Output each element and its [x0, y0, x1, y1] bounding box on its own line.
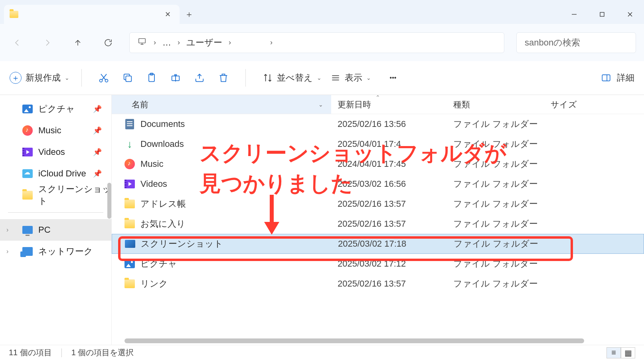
close-window-button[interactable]	[616, 5, 644, 24]
column-date[interactable]: 更新日時	[331, 99, 447, 110]
file-name: リンク	[140, 278, 168, 290]
sidebar-item-label: スクリーンショット	[38, 183, 111, 207]
file-type: ファイル フォルダー	[447, 138, 547, 150]
file-row[interactable]: ↓Downloads2025/04/01 17:4ファイル フォルダー	[112, 134, 644, 154]
file-name: Music	[140, 159, 163, 169]
view-label: 表示	[345, 72, 362, 84]
file-type: ファイル フォルダー	[447, 218, 547, 230]
sidebar-item[interactable]: iCloud Drive📌	[0, 163, 111, 184]
file-type: ファイル フォルダー	[447, 158, 547, 170]
details-button[interactable]: 詳細	[601, 72, 634, 84]
column-type[interactable]: 種類	[447, 99, 547, 110]
file-row[interactable]: ピクチャ2025/03/02 17:12ファイル フォルダー	[112, 254, 644, 274]
tab-active[interactable]: ✕	[4, 5, 180, 24]
sort-label: 並べ替え	[277, 72, 313, 84]
maximize-button[interactable]	[588, 5, 616, 24]
svg-point-7	[100, 79, 103, 82]
folder-icon	[10, 11, 18, 18]
copy-button[interactable]	[118, 68, 138, 88]
title-bar: ✕ ＋	[0, 0, 644, 24]
chevron-right-icon: ›	[178, 38, 180, 47]
plus-circle-icon: ＋	[10, 72, 22, 84]
sidebar-item-network[interactable]: › ネットワーク	[0, 241, 111, 262]
pin-icon: 📌	[93, 126, 102, 135]
close-tab-button[interactable]: ✕	[161, 8, 174, 21]
svg-rect-1	[600, 12, 604, 16]
sidebar-item[interactable]: Music📌	[0, 120, 111, 141]
screenshot-icon	[125, 240, 135, 248]
scrollbar-horizontal[interactable]	[124, 338, 584, 343]
cut-button[interactable]	[94, 68, 114, 88]
up-button[interactable]	[69, 34, 87, 52]
list-view-button[interactable]: ≡	[606, 347, 621, 358]
minimize-button[interactable]	[560, 5, 588, 24]
back-button[interactable]	[8, 34, 26, 52]
separator	[61, 348, 62, 357]
rename-button[interactable]	[166, 68, 186, 88]
file-date: 2025/03/02 17:12	[331, 259, 447, 269]
new-button[interactable]: ＋ 新規作成 ⌄	[10, 72, 69, 84]
grid-view-button[interactable]: ▦	[621, 347, 635, 358]
chevron-right-icon: ›	[154, 38, 156, 47]
file-row[interactable]: Videos2025/03/02 16:56ファイル フォルダー	[112, 174, 644, 194]
chevron-down-icon: ⌄	[318, 101, 323, 108]
file-row[interactable]: リンク2025/02/16 13:57ファイル フォルダー	[112, 274, 644, 294]
file-date: 2025/02/16 13:56	[331, 119, 447, 129]
file-type: ファイル フォルダー	[447, 258, 547, 270]
breadcrumb-dots[interactable]: …	[162, 38, 171, 48]
forward-button[interactable]	[38, 34, 57, 52]
breadcrumb[interactable]: › … › ユーザー › ›	[129, 32, 504, 53]
download-icon: ↓	[127, 138, 132, 150]
chevron-down-icon: ⌄	[65, 75, 69, 81]
sidebar-item[interactable]: ピクチャ📌	[0, 98, 111, 120]
file-row[interactable]: お気に入り2025/02/16 13:57ファイル フォルダー	[112, 214, 644, 234]
column-name[interactable]: 名前⌄	[112, 95, 331, 114]
file-row[interactable]: アドレス帳2025/02/16 13:57ファイル フォルダー	[112, 194, 644, 214]
share-button[interactable]	[190, 68, 209, 88]
music-icon	[124, 159, 135, 169]
video-icon	[124, 180, 135, 188]
status-count: 11 個の項目	[9, 347, 52, 358]
sidebar: ピクチャ📌Music📌Videos📌iCloud Drive📌スクリーンショット…	[0, 95, 112, 345]
scrollbar[interactable]	[107, 183, 111, 219]
file-name: Downloads	[140, 139, 184, 149]
details-label: 詳細	[617, 72, 634, 84]
sort-button[interactable]: 並べ替え ⌄	[263, 72, 322, 84]
chevron-down-icon: ⌄	[366, 75, 371, 81]
sidebar-item-label: ピクチャ	[38, 103, 75, 115]
file-name: ピクチャ	[140, 258, 177, 270]
sidebar-item-label: Videos	[38, 147, 65, 157]
file-row[interactable]: Music2024/04/01 17:45ファイル フォルダー	[112, 154, 644, 174]
file-type: ファイル フォルダー	[447, 198, 547, 210]
column-size[interactable]: サイズ	[547, 99, 644, 110]
refresh-button[interactable]	[99, 34, 117, 52]
more-button[interactable]: •••	[383, 68, 403, 88]
sidebar-item[interactable]: Videos📌	[0, 141, 111, 163]
search-input[interactable]: sanbonの検索	[516, 32, 636, 53]
sidebar-item-pc[interactable]: › PC	[0, 219, 111, 241]
picture-icon	[124, 259, 135, 268]
paste-button[interactable]	[142, 68, 162, 88]
picture-icon	[22, 104, 33, 114]
file-row[interactable]: Documents2025/02/16 13:56ファイル フォルダー	[112, 114, 644, 134]
sidebar-item[interactable]: スクリーンショット	[0, 184, 111, 206]
folder-icon	[124, 200, 135, 208]
breadcrumb-user[interactable]	[237, 37, 264, 49]
video-icon	[22, 147, 33, 157]
file-date: 2024/04/01 17:45	[331, 159, 447, 169]
column-size-label: サイズ	[551, 100, 577, 109]
sidebar-item-label: iCloud Drive	[38, 168, 86, 179]
column-headers: ⌃ 名前⌄ 更新日時 種類 サイズ	[112, 95, 644, 114]
file-row[interactable]: スクリーンショット2025/03/02 17:18ファイル フォルダー	[112, 234, 644, 254]
file-date: 2025/02/16 13:57	[331, 279, 447, 289]
breadcrumb-users[interactable]: ユーザー	[186, 37, 222, 49]
pin-icon: 📌	[93, 105, 102, 113]
view-button[interactable]: 表示 ⌄	[330, 72, 371, 84]
file-date: 2025/02/16 13:57	[331, 199, 447, 209]
column-date-label: 更新日時	[338, 100, 371, 109]
new-label: 新規作成	[26, 72, 61, 84]
new-tab-button[interactable]: ＋	[180, 5, 199, 24]
delete-button[interactable]	[213, 68, 233, 88]
chevron-right-icon: ›	[270, 38, 273, 47]
file-name: Documents	[140, 119, 185, 129]
